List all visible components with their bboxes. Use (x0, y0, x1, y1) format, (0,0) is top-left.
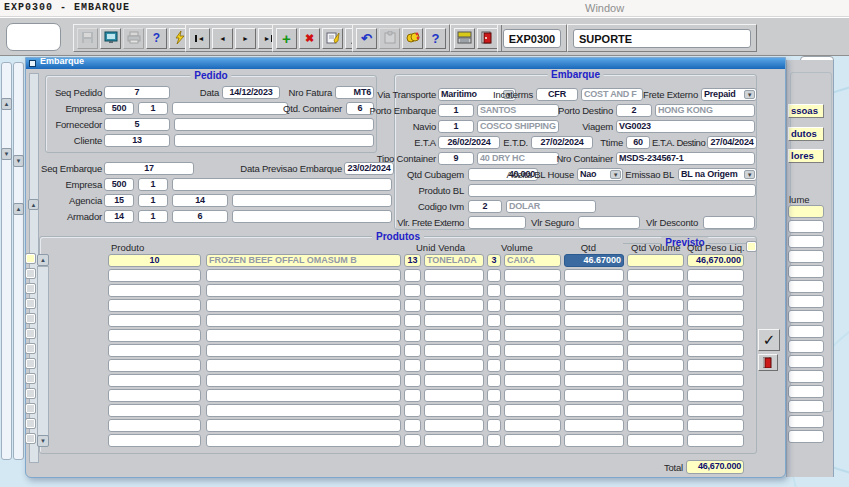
tipo-container-code-field[interactable]: 9 (438, 152, 474, 165)
background-grid-cell[interactable] (788, 250, 824, 263)
row-checkbox[interactable] (26, 389, 35, 398)
armador-name-field[interactable] (232, 210, 392, 223)
grid-cell-qtd-selected[interactable]: 46.67000 (564, 254, 624, 267)
row-checkbox[interactable] (26, 359, 35, 368)
grid-cell-vol-nome[interactable] (504, 404, 561, 417)
produto-bl-field[interactable] (468, 184, 756, 197)
save-button[interactable] (77, 28, 98, 49)
grid-cell-qtd-volume[interactable] (627, 284, 684, 297)
exit-button[interactable] (477, 28, 498, 49)
grid-cell-unid-code[interactable] (404, 299, 421, 312)
viagem-field[interactable]: VG0023 (616, 120, 755, 133)
background-scrollbar-track[interactable] (1, 62, 12, 460)
porto-embarque-code-field[interactable]: 1 (438, 104, 474, 117)
grid-cell-qtd-peso[interactable] (687, 284, 744, 297)
agencia-c2-field[interactable]: 1 (138, 194, 168, 207)
scroll-up-icon[interactable]: ▲ (13, 203, 24, 215)
grid-cell-vol-code[interactable] (487, 419, 501, 432)
grid-cell-produto[interactable] (108, 419, 201, 432)
grid-cell-vol-code[interactable] (487, 434, 501, 447)
armador-c3-field[interactable]: 6 (172, 210, 228, 223)
grid-cell-vol-nome[interactable] (504, 269, 561, 282)
first-record-button[interactable]: ◄ (189, 28, 210, 49)
grid-cell-produto[interactable] (108, 374, 201, 387)
grid-cell-qtd[interactable] (564, 419, 624, 432)
background-grid-cell[interactable] (788, 220, 824, 233)
grid-cell-unid-code[interactable] (404, 359, 421, 372)
insert-record-button[interactable]: + (276, 28, 297, 49)
grid-cell-descricao[interactable] (206, 389, 401, 402)
agencia-c3-field[interactable]: 14 (172, 194, 228, 207)
grid-cell-descricao[interactable] (206, 404, 401, 417)
grid-cell-vol-nome[interactable] (504, 434, 561, 447)
grid-cell-unid-code[interactable] (404, 389, 421, 402)
grid-cell-vol-nome[interactable] (504, 329, 561, 342)
grid-cell-produto[interactable] (108, 269, 201, 282)
grid-cell-descricao[interactable] (206, 419, 401, 432)
background-grid-cell[interactable] (788, 295, 824, 308)
grid-cell-descricao[interactable] (206, 284, 401, 297)
fornecedor-code-field[interactable]: 5 (104, 118, 170, 131)
screen-button[interactable] (100, 28, 121, 49)
grid-cell-vol-nome[interactable] (504, 359, 561, 372)
grid-cell-qtd[interactable] (564, 434, 624, 447)
grid-cell-vol-nome[interactable]: CAIXA (504, 254, 561, 267)
background-grid-cell[interactable] (788, 385, 824, 398)
user-field[interactable]: SUPORTE (573, 29, 751, 48)
row-checkbox[interactable] (26, 254, 35, 263)
agencia-name-field[interactable] (232, 194, 392, 207)
grid-cell-qtd-volume[interactable] (627, 434, 684, 447)
navio-code-field[interactable]: 1 (438, 120, 474, 133)
scroll-up-icon[interactable]: ▲ (1, 98, 12, 110)
grid-cell-vol-code[interactable] (487, 314, 501, 327)
menu-window[interactable]: Window (585, 2, 624, 14)
grid-cell-qtd-peso[interactable] (687, 389, 744, 402)
grid-cell-qtd[interactable] (564, 329, 624, 342)
print-button[interactable] (123, 28, 144, 49)
grid-cell-unid-nome[interactable] (424, 284, 484, 297)
row-checkbox[interactable] (26, 374, 35, 383)
empresa2-name-field[interactable] (172, 178, 392, 191)
grid-cell-descricao[interactable] (206, 314, 401, 327)
armador-c1-field[interactable]: 14 (104, 210, 134, 223)
codigo-ivm-code-field[interactable]: 2 (468, 200, 502, 213)
embarque-window-titlebar[interactable]: Embarque (26, 58, 785, 69)
empresa2-sub-field[interactable]: 1 (138, 178, 168, 191)
currency-button[interactable] (402, 28, 423, 49)
grid-cell-unid-code[interactable] (404, 269, 421, 282)
data-field[interactable]: 14/12/2023 (222, 86, 280, 99)
grid-cell-qtd-peso[interactable] (687, 269, 744, 282)
grid-cell-produto[interactable] (108, 329, 201, 342)
background-grid-cell[interactable] (788, 310, 824, 323)
grid-cell-qtd-volume[interactable] (627, 329, 684, 342)
grid-cell-vol-code[interactable] (487, 359, 501, 372)
grid-cell-qtd-peso[interactable] (687, 374, 744, 387)
grid-cell-produto[interactable] (108, 284, 201, 297)
grid-cell-produto[interactable] (108, 434, 201, 447)
grid-cell-descricao[interactable] (206, 269, 401, 282)
porto-destino-code-field[interactable]: 2 (616, 104, 652, 117)
grid-cell-vol-code[interactable] (487, 299, 501, 312)
row-checkbox[interactable] (26, 284, 35, 293)
row-checkbox[interactable] (26, 314, 35, 323)
grid-cell-produto[interactable] (108, 404, 201, 417)
row-checkbox[interactable] (26, 329, 35, 338)
agencia-c1-field[interactable]: 15 (104, 194, 134, 207)
grid-cell-qtd-volume[interactable] (627, 299, 684, 312)
background-grid-cell[interactable] (788, 235, 824, 248)
grid-cell-vol-nome[interactable] (504, 314, 561, 327)
grid-cell-vol-code[interactable] (487, 329, 501, 342)
emissao-bl-select[interactable]: BL na Origem▼ (678, 168, 757, 181)
empresa-code-field[interactable]: 500 (104, 102, 134, 115)
background-grid-cell[interactable] (788, 430, 824, 443)
grid-cell-qtd-volume[interactable] (627, 419, 684, 432)
row-checkbox[interactable] (26, 269, 35, 278)
grid-header-checkbox[interactable] (747, 242, 756, 251)
grid-cell-qtd-peso[interactable] (687, 434, 744, 447)
grid-cell-vol-code[interactable] (487, 404, 501, 417)
grid-cell-unid-nome[interactable] (424, 314, 484, 327)
grid-cell-descricao[interactable] (206, 299, 401, 312)
grid-cell-unid-nome[interactable] (424, 269, 484, 282)
grid-cell-produto[interactable] (108, 344, 201, 357)
confirm-button[interactable]: ✓ (758, 329, 780, 351)
